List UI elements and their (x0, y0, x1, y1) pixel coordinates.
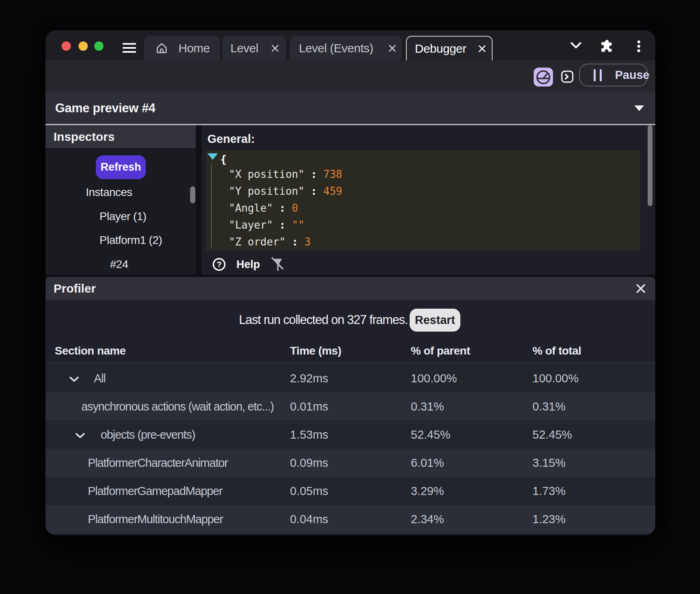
tab-label: Level (230, 41, 258, 55)
section-name-cell: PlatformerMultitouchMapper (88, 513, 223, 526)
field-value: "" (292, 219, 304, 231)
collapse-caret-icon[interactable] (634, 105, 644, 111)
tab-label: Level (Events) (299, 41, 373, 55)
json-inspector: { "X position" : 738"Y position" : 459"A… (206, 150, 640, 251)
console-button[interactable] (561, 70, 574, 83)
inspectors-panel: Inspectors Refresh InstancesPlayer (1)Pl… (46, 125, 196, 274)
profiler-status: Last run collected on 327 frames. (239, 313, 408, 327)
general-title: General: (207, 132, 255, 146)
time-cell: 0.05ms (290, 485, 328, 498)
profiler-toggle-button[interactable] (534, 68, 553, 87)
restart-button[interactable]: Restart (410, 309, 460, 332)
percent-parent-cell: 52.45% (411, 428, 450, 441)
close-profiler-icon[interactable] (636, 284, 646, 293)
json-field[interactable]: "Layer" : "" (229, 217, 342, 233)
close-tab-icon[interactable] (388, 44, 397, 53)
profiler-panel: Last run collected on 327 frames. Restar… (46, 300, 655, 535)
profiler-table-row[interactable]: All2.92ms100.00%100.00% (46, 364, 655, 392)
menu-icon[interactable] (122, 43, 136, 53)
json-field[interactable]: "X position" : 738 (229, 166, 342, 183)
close-tab-icon[interactable] (271, 44, 280, 53)
profiler-title: Profiler (54, 282, 96, 295)
json-field[interactable]: "Angle" : 0 (229, 200, 342, 217)
profiler-table-row[interactable]: objects (pre-events)1.53ms52.45%52.45% (46, 421, 655, 449)
field-key: "Y position" (229, 185, 304, 197)
game-preview-header[interactable]: Game preview #4 (46, 93, 655, 124)
tab-level-events[interactable]: Level (Events) (290, 36, 402, 60)
desktop-background: Home Level Level (Events) Debugger (0, 0, 700, 594)
table-header-divider (46, 363, 655, 363)
time-cell: 0.09ms (290, 456, 328, 470)
percent-total-cell: 100.00% (532, 372, 579, 385)
inspector-tree-item[interactable]: #24 (110, 258, 128, 271)
pause-icon (594, 69, 602, 81)
column-time: Time (ms) (290, 344, 341, 357)
field-value: 738 (323, 168, 342, 180)
tab-debugger[interactable]: Debugger (406, 36, 493, 60)
profiler-table-row[interactable]: PlatformerMultitouchMapper0.04ms2.34%1.2… (46, 505, 655, 533)
help-icon[interactable]: ? (212, 258, 226, 271)
help-label[interactable]: Help (236, 258, 260, 271)
column-percent-parent: % of parent (411, 344, 470, 357)
percent-total-cell: 3.15% (532, 456, 565, 470)
gauge-icon (535, 69, 551, 85)
field-key: "Angle" (229, 202, 273, 214)
profiler-table-row[interactable]: asynchronous actions (wait action, etc..… (46, 392, 655, 421)
time-cell: 0.04ms (290, 513, 328, 526)
percent-parent-cell: 3.29% (411, 485, 444, 498)
chevron-down-icon[interactable] (75, 428, 85, 441)
chevron-down-icon[interactable] (69, 372, 79, 385)
percent-total-cell: 52.45% (532, 428, 572, 441)
inspector-tree-item[interactable]: Platform1 (2) (99, 234, 162, 247)
percent-parent-cell: 100.00% (411, 372, 457, 385)
zoom-window-button[interactable] (94, 41, 104, 51)
extensions-icon[interactable] (600, 39, 614, 53)
open-brace: { (220, 151, 227, 168)
more-options-icon[interactable] (637, 40, 640, 53)
field-value: 3 (304, 236, 311, 248)
expander-triangle-icon[interactable] (207, 153, 218, 160)
pause-button[interactable]: Pause (579, 64, 648, 87)
section-name-cell: asynchronous actions (wait action, etc..… (81, 400, 274, 413)
inspectors-title: Inspectors (54, 130, 115, 144)
json-field[interactable]: "Z order" : 3 (229, 233, 342, 250)
close-window-button[interactable] (62, 41, 71, 51)
close-tab-icon[interactable] (478, 44, 487, 53)
json-field[interactable]: "Y position" : 459 (229, 183, 342, 200)
field-key: "X position" (229, 168, 304, 180)
field-key: "Z order" (229, 236, 286, 248)
inspector-tree-item[interactable]: Player (1) (99, 210, 146, 223)
section-name-cell: PlatformerGamepadMapper (88, 485, 222, 498)
tab-home[interactable]: Home (144, 36, 220, 60)
general-panel: General: { "X position" : 738"Y position… (201, 125, 655, 274)
chevron-down-icon[interactable] (571, 42, 581, 49)
home-icon (155, 42, 168, 54)
time-cell: 1.53ms (290, 428, 328, 441)
percent-total-cell: 1.73% (532, 485, 565, 498)
field-value: 0 (292, 202, 298, 214)
profiler-table-row[interactable]: PlatformerCharacterAnimator0.09ms6.01%3.… (46, 449, 655, 477)
tab-label: Home (178, 41, 210, 55)
profiler-header: Profiler (46, 277, 655, 300)
inspector-tree-item[interactable]: Instances (86, 186, 132, 199)
profiler-table-row[interactable]: PlatformerGamepadMapper0.05ms3.29%1.73% (46, 477, 655, 505)
percent-total-cell: 0.31% (532, 400, 565, 413)
percent-parent-cell: 0.31% (411, 400, 444, 413)
inspectors-header: Inspectors (46, 125, 196, 148)
column-section-name: Section name (55, 344, 126, 357)
percent-parent-cell: 6.01% (411, 456, 444, 470)
field-key: "Layer" (229, 219, 273, 231)
svg-text:?: ? (217, 260, 222, 269)
column-percent-total: % of total (532, 344, 581, 357)
refresh-button[interactable]: Refresh (96, 155, 146, 179)
inspectors-scrollbar[interactable] (190, 186, 195, 203)
tab-level[interactable]: Level (222, 36, 286, 60)
general-scrollbar[interactable] (648, 125, 652, 206)
time-cell: 2.92ms (290, 372, 328, 385)
section-name-cell: objects (pre-events) (101, 428, 195, 441)
pin-off-icon[interactable] (268, 256, 286, 273)
section-name-cell: PlatformerCharacterAnimator (88, 456, 228, 470)
minimize-window-button[interactable] (79, 41, 88, 51)
tree-guide-line (211, 165, 212, 248)
percent-parent-cell: 2.34% (411, 513, 444, 526)
